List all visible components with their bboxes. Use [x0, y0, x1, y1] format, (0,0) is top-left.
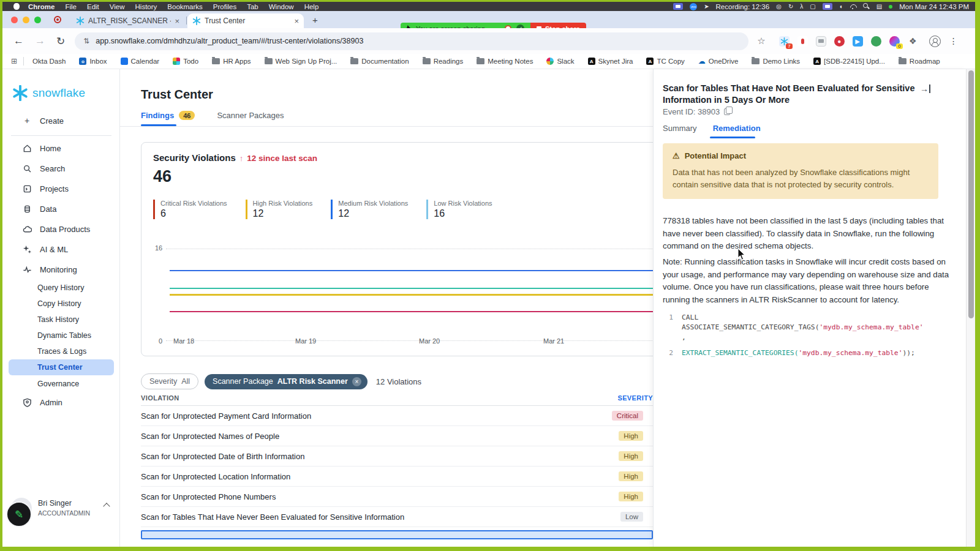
forward-button[interactable]: → [35, 35, 45, 47]
bookmark-skynet-jira[interactable]: ASkynet Jira [588, 58, 633, 65]
apps-grid-icon[interactable]: ⊞ [11, 57, 17, 66]
sidebar-item-projects[interactable]: Projects [2, 181, 120, 197]
minimize-window-button[interactable] [23, 17, 29, 23]
profile-avatar-icon[interactable] [929, 36, 941, 47]
sidebar-item-task-history[interactable]: Task History [2, 312, 120, 327]
sidebar-item-data[interactable]: Data [2, 201, 120, 217]
chrome-menu-icon[interactable]: ⋮ [949, 36, 958, 46]
menu-window[interactable]: Window [269, 3, 294, 10]
bookmark-documentation[interactable]: Documentation [350, 58, 409, 65]
table-row[interactable]: Scan for Unprotected Date of Birth Infor… [141, 446, 653, 467]
reload-button[interactable]: ↻ [56, 35, 65, 48]
control-center-icon[interactable]: ▤ [876, 3, 882, 10]
bookmark-slack[interactable]: Slack [546, 58, 574, 65]
sidebar-item-create[interactable]: + Create [2, 113, 120, 129]
wifi-icon[interactable] [850, 4, 856, 9]
tab-altr-risk-scanner[interactable]: ALTR_RISK_SCANNER - Sno... × [71, 13, 184, 28]
column-header-violation[interactable]: VIOLATION [141, 394, 179, 402]
sidebar-item-copy-history[interactable]: Copy History [2, 296, 120, 311]
back-button[interactable]: ← [13, 35, 24, 47]
sidebar-item-governance[interactable]: Governance [2, 377, 120, 391]
lambda-icon[interactable]: λ [800, 3, 803, 10]
zoom-app-icon[interactable]: zm [690, 3, 697, 10]
column-header-severity[interactable]: SEVERITY [617, 394, 653, 402]
menu-profiles[interactable]: Profiles [213, 3, 236, 10]
tab-findings[interactable]: Findings 46 [141, 111, 195, 120]
bookmark-demo-links[interactable]: Demo Links [752, 58, 800, 65]
ext-mic-icon[interactable] [797, 36, 808, 47]
site-settings-icon[interactable]: ⇅ [83, 37, 89, 45]
page-scrollbar[interactable] [966, 69, 975, 547]
cast-icon[interactable]: ➤ [704, 3, 709, 10]
close-window-button[interactable] [11, 17, 18, 23]
apple-icon[interactable] [13, 3, 20, 10]
menu-chrome[interactable]: Chrome [28, 3, 55, 10]
menu-view[interactable]: View [110, 3, 125, 10]
ext-red-icon[interactable]: ● [834, 36, 845, 47]
bookmark-okta-dash[interactable]: Okta Dash [32, 58, 66, 65]
window-icon[interactable]: ▢ [810, 3, 815, 10]
selected-table-row[interactable] [141, 530, 653, 539]
bookmark-todo[interactable]: Todo [173, 58, 198, 65]
bookmark-roadmap[interactable]: Roadmap [899, 58, 940, 65]
table-row[interactable]: Scan for Unprotected Location Informatio… [141, 467, 653, 487]
snowflake-logo[interactable]: snowflake [12, 85, 85, 101]
edit-pencil-icon[interactable]: ✎ [6, 501, 32, 527]
ext-green-icon[interactable] [871, 36, 881, 47]
bookmark-web-sign-up[interactable]: Web Sign Up Proj... [265, 58, 337, 65]
sidebar-item-home[interactable]: Home [2, 140, 120, 156]
scanner-package-filter-chip[interactable]: Scanner Package ALTR Risk Scanner × [205, 374, 368, 389]
sidebar-item-trust-center[interactable]: Trust Center [9, 359, 114, 375]
table-row[interactable]: Scan for Tables That Have Never Been Eva… [141, 507, 653, 527]
bookmark-readings[interactable]: Readings [423, 58, 464, 65]
bookmark-hr-apps[interactable]: HR Apps [212, 58, 251, 65]
sidebar-item-dynamic-tables[interactable]: Dynamic Tables [2, 328, 120, 343]
sync-icon[interactable]: ↻ [788, 3, 793, 10]
url-bar[interactable]: ⇅ app.snowflake.com/dmhdhzu/altr_product… [75, 32, 748, 50]
sound-icon[interactable]: ◖ [839, 3, 843, 10]
tab-scanner-packages[interactable]: Scanner Packages [217, 111, 284, 120]
remove-filter-icon[interactable]: × [352, 377, 361, 386]
table-row[interactable]: Scan for Unprotected Payment Card Inform… [141, 406, 653, 426]
panel-tab-remediation[interactable]: Remediation [713, 124, 761, 133]
bookmark-inbox[interactable]: oInbox [79, 58, 107, 65]
bookmark-meeting-notes[interactable]: Meeting Notes [477, 58, 533, 65]
sidebar-item-monitoring[interactable]: Monitoring [2, 261, 120, 277]
ext-window-icon[interactable] [816, 36, 826, 47]
screenshare-status-icon[interactable] [673, 3, 683, 10]
ext-snowflake-icon[interactable]: 7 [779, 36, 790, 47]
remediation-code-block[interactable]: 1 CALL ASSOCIATE_SEMANTIC_CATEGORY_TAGS(… [667, 313, 944, 364]
sidebar-item-query-history[interactable]: Query History [2, 280, 120, 295]
tab-trust-center[interactable]: Trust Center × [187, 13, 304, 28]
bookmark-onedrive[interactable]: ☁OneDrive [698, 57, 739, 66]
user-menu[interactable]: ✎ Bri Singer ACCOUNTADMIN [2, 498, 120, 530]
spotlight-icon[interactable] [863, 3, 870, 10]
lock-icon[interactable]: ◎ [776, 3, 782, 10]
sidebar-item-ai-ml[interactable]: AI & ML [2, 241, 120, 257]
mission-control-icon[interactable] [823, 3, 832, 10]
bookmark-star-icon[interactable]: ☆ [757, 36, 765, 47]
bookmark-sdb-22415[interactable]: A[SDB-22415] Upd... [813, 58, 885, 65]
new-tab-button[interactable]: + [312, 15, 318, 25]
menu-file[interactable]: File [65, 3, 77, 10]
sidebar-item-traces-logs[interactable]: Traces & Logs [2, 344, 120, 359]
table-row[interactable]: Scan for Unprotected Names of PeopleHigh [141, 426, 653, 446]
sidebar-item-admin[interactable]: Admin [2, 394, 120, 410]
severity-filter-chip[interactable]: Severity All [141, 373, 198, 389]
sidebar-item-data-products[interactable]: Data Products [2, 221, 120, 237]
url-text[interactable]: app.snowflake.com/dmhdhzu/altr_product_t… [96, 37, 363, 45]
extensions-puzzle-icon[interactable]: ❖ [908, 36, 918, 47]
bookmark-calendar[interactable]: Calendar [121, 58, 160, 65]
table-row[interactable]: Scan for Unprotected Phone NumbersHigh [141, 487, 653, 507]
ext-play-icon[interactable]: ▶ [853, 36, 863, 47]
close-tab-icon[interactable]: × [294, 17, 299, 26]
scrollbar-thumb[interactable] [968, 70, 974, 318]
sidebar-item-search[interactable]: Search [2, 160, 120, 176]
menu-edit[interactable]: Edit [87, 3, 99, 10]
bookmark-tc-copy[interactable]: ATC Copy [646, 58, 684, 65]
menu-tab[interactable]: Tab [247, 3, 258, 10]
fullscreen-window-button[interactable] [34, 17, 41, 23]
menu-history[interactable]: History [135, 3, 157, 10]
collapse-panel-icon[interactable]: → [920, 84, 930, 93]
panel-tab-summary[interactable]: Summary [663, 124, 697, 133]
